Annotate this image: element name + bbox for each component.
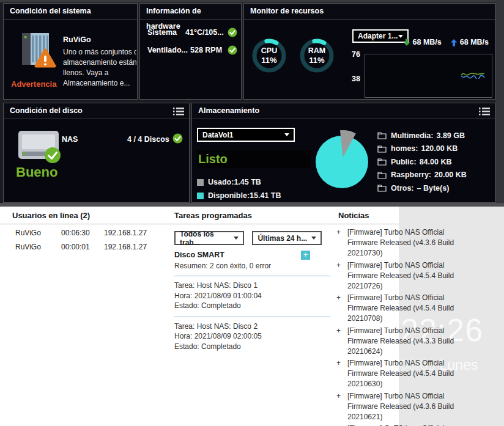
used-swatch <box>197 179 204 186</box>
system-warning-message: Uno o más conjuntos d almacenamiento est… <box>63 47 136 91</box>
task-period-dropdown[interactable]: Últimas 24 h... <box>252 231 322 245</box>
hardware-value: 41°C/105... <box>185 28 224 37</box>
top-edge-strip <box>0 0 504 2</box>
hardware-info-title: Información de hardware <box>140 4 241 20</box>
user-connect-time: 00:06:30 <box>61 229 104 237</box>
news-link[interactable]: [Firmware] Turbo NAS Official Firmware R… <box>347 293 476 324</box>
ram-gauge: RAM 11% <box>299 38 335 73</box>
header-underline <box>171 224 334 224</box>
network-speed-row: 68 MB/s 68 MB/s <box>403 38 489 46</box>
folder-name: Otros: <box>391 184 414 193</box>
disk-group-name: NAS <box>62 135 78 144</box>
news-bullet: + <box>333 260 347 292</box>
disk-count: 4 / 4 Discos <box>127 135 169 144</box>
caret-down-icon <box>234 237 239 240</box>
folder-size: 84.00 KB <box>420 158 452 166</box>
folder-row: Multimedia: 3.89 GB <box>377 129 467 142</box>
storage-title: Almacenamiento <box>198 106 259 115</box>
hardware-row-fan: Ventilado... 528 RPM <box>140 45 241 55</box>
folder-icon <box>377 131 387 139</box>
news-link[interactable]: [Firmware] Turbo NAS Official Firmware R… <box>347 391 476 422</box>
news-bullet: + <box>333 326 347 357</box>
task-status: Estado: Completado <box>174 342 332 352</box>
news-link[interactable]: [Firmware] Turbo NAS Official Firmware R… <box>347 227 476 259</box>
disk-health-panel: Condición del disco NAS 4 / 4 Discos Bue… <box>3 103 190 203</box>
storage-header: Almacenamiento <box>192 103 495 119</box>
folder-size: 3.89 GB <box>436 131 465 140</box>
user-row: RuViGo 00:06:30 192.168.1.27 <box>15 229 147 237</box>
task-filters: Todos los trab... Últimas 24 h... <box>174 231 332 245</box>
free-value: 15.41 TB <box>250 191 281 200</box>
used-value: 1.45 TB <box>234 178 261 186</box>
device-name: RuViGo <box>63 35 136 44</box>
chart-ytick-low: 38 <box>347 75 360 83</box>
qnap-dashboard: Condición del sistema Advertencia RuViGo… <box>0 0 504 426</box>
folder-name: homes: <box>391 144 418 153</box>
task-item: Tarea: Host NAS: Disco 1 Hora: 2021/08/0… <box>174 281 332 311</box>
folder-row: homes: 120.00 KB <box>377 142 467 156</box>
user-name: RuViGo <box>15 229 61 237</box>
task-group: Disco SMART + Resumen: 2 con éxito, 0 er… <box>174 251 332 270</box>
folder-icon <box>377 184 387 192</box>
volume-dropdown-value: DataVol1 <box>202 131 233 139</box>
legend-free: Disponible:15.41 TB <box>197 191 281 200</box>
news-bullet: + <box>333 293 347 324</box>
task-time: Hora: 2021/08/09 02:00:05 <box>174 331 332 342</box>
task-period-dropdown-value: Últimas 24 h... <box>258 234 307 243</box>
list-icon[interactable] <box>479 107 490 116</box>
news-link[interactable]: [Firmware] QuTS hero Official Firmware R… <box>347 424 476 426</box>
system-info-block: RuViGo Uno o más conjuntos d almacenamie… <box>63 35 136 91</box>
free-label: Disponible: <box>208 191 250 200</box>
nas-device-icon <box>18 31 56 71</box>
system-status-label: Advertencia <box>11 79 56 89</box>
scheduled-tasks-title: Tareas programadas <box>174 211 252 220</box>
list-icon[interactable] <box>173 107 184 116</box>
hardware-label: Ventilado... <box>147 46 188 54</box>
folder-icon <box>377 171 387 179</box>
resource-monitor-title: Monitor de recursos <box>244 4 495 20</box>
network-chart <box>365 54 492 98</box>
news-item: + [Firmware] Turbo NAS Official Firmware… <box>333 326 476 357</box>
news-link[interactable]: [Firmware] Turbo NAS Official Firmware R… <box>347 326 476 357</box>
user-row: RuViGo 00:00:01 192.168.1.27 <box>15 243 147 251</box>
news-link[interactable]: [Firmware] Turbo NAS Official Firmware R… <box>347 260 476 292</box>
disk-status-label: Bueno <box>16 164 57 180</box>
system-health-panel: Condición del sistema Advertencia RuViGo… <box>3 3 138 100</box>
user-ip: 192.168.1.27 <box>104 229 147 237</box>
adapter-dropdown[interactable]: Adapter 1... <box>352 29 409 43</box>
folder-usage-list: Multimedia: 3.89 GB homes: 120.00 KB Pub… <box>377 129 467 195</box>
news-item: + [Firmware] Turbo NAS Official Firmware… <box>333 260 476 292</box>
download-speed: 68 MB/s <box>413 38 442 46</box>
task-status: Estado: Completado <box>174 301 332 311</box>
task-type-dropdown[interactable]: Todos los trab... <box>174 231 244 245</box>
scheduled-tasks-column: Todos los trab... Últimas 24 h... Disco … <box>174 231 332 351</box>
storage-panel: Almacenamiento DataVol1 Listo Usado:1.45… <box>191 103 495 203</box>
news-column: + [Firmware] Turbo NAS Official Firmware… <box>333 227 476 426</box>
system-health-title: Condición del sistema <box>4 4 137 20</box>
folder-name: Multimedia: <box>391 131 433 140</box>
folder-size: 20.00 KB <box>434 171 467 179</box>
adapter-dropdown-value: Adapter 1... <box>358 32 398 40</box>
bottom-info-section: 22:26 2021/08/09 Lunes Usuarios en línea… <box>0 207 504 426</box>
news-title: Noticias <box>338 211 369 220</box>
news-item: + [Firmware] Turbo NAS Official Firmware… <box>333 358 476 389</box>
desktop-background-strip <box>495 0 504 203</box>
folder-icon <box>377 158 387 166</box>
online-users-list: RuViGo 00:06:30 192.168.1.27 RuViGo 00:0… <box>15 229 147 257</box>
user-name: RuViGo <box>15 243 61 251</box>
legend-used: Usado:1.45 TB <box>197 178 261 186</box>
volume-dropdown[interactable]: DataVol1 <box>197 128 295 142</box>
task-item: Tarea: Host NAS: Disco 2 Hora: 2021/08/0… <box>174 321 332 352</box>
news-item: + [Firmware] Turbo NAS Official Firmware… <box>333 227 476 259</box>
used-label: Usado: <box>208 178 234 186</box>
folder-row: Public: 84.00 KB <box>377 155 467 169</box>
storage-pie-chart <box>310 127 374 190</box>
add-task-button[interactable]: + <box>301 251 310 260</box>
news-link[interactable]: [Firmware] Turbo NAS Official Firmware R… <box>347 358 476 389</box>
free-swatch <box>197 193 204 199</box>
resource-monitor-panel: Monitor de recursos CPU 11% RAM 11% Adap… <box>243 3 495 100</box>
header-underline <box>0 224 171 224</box>
ram-value: 11% <box>309 56 324 65</box>
task-divider <box>174 276 330 276</box>
online-users-title: Usuarios en línea (2) <box>12 211 90 220</box>
